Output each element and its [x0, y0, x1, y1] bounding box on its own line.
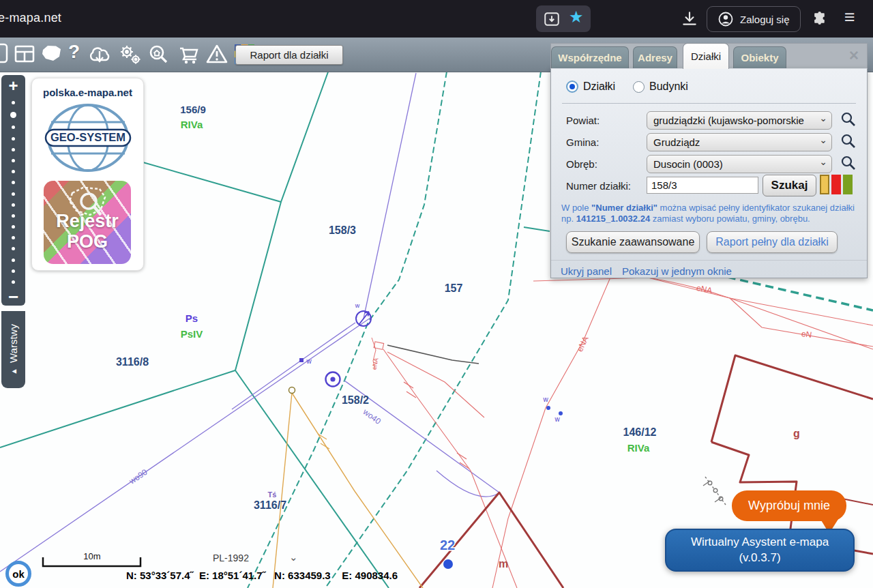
- zoom-level-dot[interactable]: [12, 225, 15, 229]
- separator: [551, 260, 867, 261]
- water-point-label: w: [355, 302, 360, 309]
- chevron-down-icon[interactable]: ⌄: [289, 551, 298, 563]
- benchmark-symbol: [289, 387, 295, 394]
- rejestr-pog-tile[interactable]: Rejestr POG: [44, 181, 131, 264]
- single-window-link[interactable]: Pokazuj w jednym oknie: [622, 265, 732, 277]
- gmina-select[interactable]: Grudziądz ⌄: [647, 133, 832, 151]
- layers-tab[interactable]: ▲ Warstwy: [1, 311, 25, 388]
- building-function-label: m: [499, 558, 508, 570]
- landuse-label: Ps: [186, 312, 198, 324]
- zoom-level-dot[interactable]: [12, 269, 15, 273]
- obreb-select[interactable]: Dusocin (0003) ⌄: [647, 155, 832, 173]
- gmina-value: Grudziądz: [653, 136, 700, 148]
- legend-chip-green[interactable]: [843, 175, 853, 194]
- obreb-value: Dusocin (0003): [653, 158, 723, 170]
- crs-select[interactable]: PL-1992: [213, 553, 249, 563]
- zoom-level-dot-current[interactable]: [10, 112, 16, 118]
- parcel-label: 158/3: [329, 224, 356, 236]
- zoom-level-dot[interactable]: [12, 181, 15, 184]
- tab-dzialki[interactable]: Działki: [683, 43, 729, 69]
- gmina-search-icon[interactable]: [840, 133, 857, 149]
- water-point: [546, 406, 550, 410]
- advanced-search-button[interactable]: Szukanie zaawansowane: [566, 231, 700, 253]
- legend-chip-yellow[interactable]: [820, 175, 829, 194]
- logo-card: polska.e-mapa.net GEO-SYSTEM Rejestr POG: [31, 78, 144, 271]
- zoom-level-dot[interactable]: [12, 148, 15, 151]
- rejestr-pog-label: Rejestr POG: [44, 211, 131, 252]
- soil-class-label: RIVa: [181, 119, 203, 130]
- cloud-download-icon[interactable]: [86, 43, 113, 66]
- browser-titlebar: e-mapa.net ★ Zaloguj się ≡: [0, 0, 873, 38]
- help-icon[interactable]: ?: [68, 41, 80, 63]
- address-point: [443, 559, 453, 569]
- radio-budynki-label: Budynki: [649, 80, 688, 93]
- warning-triangle-icon[interactable]: [205, 43, 229, 66]
- zoom-out-button[interactable]: −: [1, 288, 25, 306]
- full-report-button[interactable]: Raport pełny dla działki: [707, 231, 838, 253]
- hide-panel-link[interactable]: Ukryj panel: [561, 265, 612, 277]
- powiat-value: grudziądzki (kujawsko-pomorskie: [653, 115, 804, 126]
- settings-gears-icon[interactable]: [117, 43, 143, 66]
- virtual-assistant-button[interactable]: Wirtualny Asystent e-mapa (v.0.3.7): [665, 529, 855, 572]
- parcel-label: 158/2: [342, 394, 369, 406]
- legend-chip-red[interactable]: [831, 175, 841, 194]
- soil-class-label: RIVa: [627, 442, 650, 454]
- radio-dzialki[interactable]: Działki: [566, 80, 615, 93]
- radio-budynki-control[interactable]: [633, 81, 645, 93]
- zoom-level-dot[interactable]: [12, 192, 15, 196]
- separator: [562, 103, 856, 104]
- tab-wspolrzedne[interactable]: Współrzędne: [551, 46, 629, 68]
- zoom-level-dot[interactable]: [12, 236, 15, 239]
- site-logo-text[interactable]: polska.e-mapa.net: [32, 87, 143, 98]
- zoom-levels[interactable]: [1, 101, 25, 284]
- ok-button[interactable]: ok: [5, 561, 31, 587]
- powiat-label: Powiat:: [566, 115, 600, 126]
- radio-dzialki-control[interactable]: [566, 80, 578, 93]
- radio-budynki[interactable]: Budynki: [633, 80, 688, 93]
- zoom-slider[interactable]: + −: [1, 75, 25, 306]
- search-map-icon[interactable]: [146, 43, 171, 66]
- obreb-label: Obręb:: [566, 158, 597, 170]
- obreb-search-icon[interactable]: [840, 155, 857, 171]
- zoom-level-dot[interactable]: [12, 137, 15, 141]
- zoom-level-dot[interactable]: [12, 214, 15, 218]
- geo-system-logo[interactable]: GEO-SYSTEM: [44, 102, 132, 174]
- parcel-number-input[interactable]: [647, 177, 758, 194]
- water-point-label: w: [554, 415, 560, 423]
- power-line-label: eN: [801, 329, 812, 340]
- login-button[interactable]: Zaloguj się: [707, 6, 801, 32]
- report-for-parcel-button[interactable]: Raport dla działki: [235, 45, 343, 65]
- layout-panels-icon[interactable]: [14, 43, 35, 65]
- panel-body: Działki Budynki Powiat: grudziądzki (kuj…: [550, 68, 868, 278]
- extensions-puzzle-icon[interactable]: [812, 10, 829, 27]
- cart-icon[interactable]: [176, 43, 202, 66]
- zoom-level-dot[interactable]: [12, 203, 15, 207]
- powiat-select[interactable]: grudziądzki (kujawsko-pomorskie ⌄: [647, 111, 832, 130]
- zoom-level-dot[interactable]: [12, 247, 15, 250]
- search-panel: Współrzędne Adresy Działki Obiekty ✕ Dzi…: [550, 43, 868, 278]
- bookmark-star-icon[interactable]: ★: [569, 8, 584, 27]
- zoom-level-dot[interactable]: [12, 170, 15, 173]
- zoom-level-dot[interactable]: [12, 259, 15, 262]
- coordinates-readout: N: 53°33´57.4˝ E: 18°51´41.7˝ N: 633459.…: [126, 570, 398, 581]
- download-icon[interactable]: [681, 10, 698, 28]
- close-icon[interactable]: ✕: [848, 48, 859, 63]
- zoom-level-dot[interactable]: [12, 101, 15, 104]
- chevron-down-icon: ⌄: [819, 134, 827, 145]
- save-to-library-icon[interactable]: [543, 10, 561, 28]
- try-me-bubble[interactable]: Wypróbuj mnie: [732, 490, 846, 521]
- water-point-label: w: [542, 396, 548, 403]
- zoom-level-dot[interactable]: [12, 159, 15, 162]
- valve-symbol: [299, 358, 304, 362]
- zoom-in-button[interactable]: +: [1, 76, 25, 95]
- zoom-level-dot[interactable]: [12, 126, 15, 129]
- poland-shape-icon[interactable]: [40, 43, 64, 65]
- clipped-tool-icon[interactable]: [0, 43, 8, 65]
- powiat-search-icon[interactable]: [840, 111, 857, 128]
- tab-obiekty[interactable]: Obiekty: [733, 46, 786, 68]
- tab-adresy[interactable]: Adresy: [633, 46, 677, 68]
- search-button[interactable]: Szukaj: [763, 175, 816, 196]
- zoom-level-dot[interactable]: [12, 280, 15, 284]
- numer-label: Numer działki:: [566, 180, 631, 192]
- hamburger-menu-icon[interactable]: ≡: [844, 7, 855, 28]
